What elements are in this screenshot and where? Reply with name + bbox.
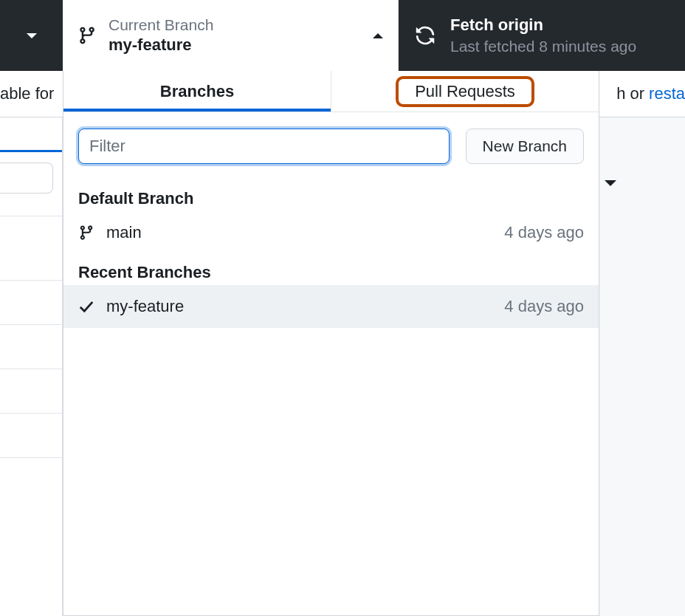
sync-icon <box>415 25 436 46</box>
repo-selector[interactable] <box>0 0 63 71</box>
tab-pull-requests-label: Pull Requests <box>396 76 534 107</box>
branch-labels: Current Branch my-feature <box>109 15 361 56</box>
chevron-down-icon <box>605 180 616 186</box>
bg-row <box>0 414 62 458</box>
caret-up-icon <box>373 33 383 38</box>
branch-time-main: 4 days ago <box>504 223 584 242</box>
tab-pull-requests[interactable]: Pull Requests <box>331 71 599 112</box>
background-right-panel <box>599 117 685 616</box>
git-branch-icon <box>78 24 97 47</box>
background-sidebar <box>0 117 63 616</box>
branch-dropdown-panel: Branches Pull Requests New Branch Defaul… <box>63 71 599 616</box>
branch-name-my-feature: my-feature <box>106 297 492 316</box>
caret-down-icon <box>27 33 37 38</box>
default-branch-heading: Default Branch <box>63 180 599 211</box>
check-icon <box>78 298 94 315</box>
current-branch-selector[interactable]: Current Branch my-feature <box>63 0 399 71</box>
current-branch-name: my-feature <box>109 35 361 56</box>
branch-row-main[interactable]: main 4 days ago <box>63 211 599 254</box>
bg-text-right: h or resta <box>616 84 685 103</box>
top-toolbar: Current Branch my-feature Fetch origin L… <box>0 0 685 71</box>
current-branch-label: Current Branch <box>109 15 361 35</box>
dropdown-tabs: Branches Pull Requests <box>63 71 599 112</box>
fetch-subtitle: Last fetched 8 minutes ago <box>450 36 636 56</box>
fetch-title: Fetch origin <box>450 15 636 36</box>
bg-pill <box>0 162 53 194</box>
bg-tab-indicator <box>0 117 62 152</box>
bg-row <box>0 281 62 325</box>
bg-text-left: able for <box>0 84 54 103</box>
tab-branches[interactable]: Branches <box>63 71 331 112</box>
bg-row <box>0 369 62 414</box>
branch-time-my-feature: 4 days ago <box>504 297 584 316</box>
filter-input[interactable] <box>78 129 450 164</box>
bg-link[interactable]: resta <box>649 84 685 103</box>
git-branch-icon <box>78 225 94 241</box>
recent-branches-heading: Recent Branches <box>63 254 599 285</box>
branch-name-main: main <box>106 223 492 242</box>
bg-text-fragment: h or <box>616 84 644 103</box>
filter-row: New Branch <box>63 112 599 180</box>
bg-row <box>0 216 62 281</box>
branch-row-my-feature[interactable]: my-feature 4 days ago <box>63 285 599 328</box>
fetch-origin-button[interactable]: Fetch origin Last fetched 8 minutes ago <box>399 0 685 71</box>
bg-row <box>0 325 62 369</box>
fetch-labels: Fetch origin Last fetched 8 minutes ago <box>450 15 636 56</box>
tab-branches-label: Branches <box>160 82 234 101</box>
new-branch-button[interactable]: New Branch <box>466 129 584 164</box>
